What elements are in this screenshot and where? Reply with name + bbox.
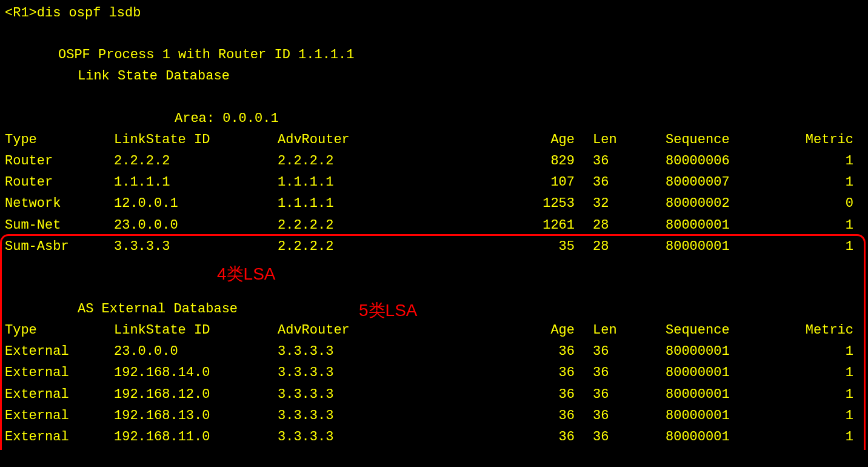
external-db-title: AS External Database [5,298,863,320]
cell-len: 36 [575,150,647,172]
cell-seq: 80000001 [647,362,775,383]
cell-age: 36 [520,384,575,405]
cell-ls: 192.168.11.0 [114,426,278,448]
cell-ls: 192.168.14.0 [114,362,278,383]
col-type-header: Type [5,129,114,150]
cell-seq: 80000001 [647,384,775,405]
col-sequence-header: Sequence [647,129,775,150]
cell-adv: 3.3.3.3 [278,341,520,362]
cell-age: 35 [520,236,575,257]
cell-met: 1 [775,341,853,362]
col-type-header: Type [5,320,114,341]
cell-ls: 192.168.12.0 [114,384,278,405]
cell-ls: 23.0.0.0 [114,215,278,236]
cell-met: 1 [775,215,853,236]
cell-adv: 1.1.1.1 [278,172,520,193]
cell-met: 1 [775,150,853,172]
cell-len: 36 [575,405,647,426]
col-metric-header: Metric [775,320,853,341]
cell-age: 36 [520,362,575,383]
blank-line [5,257,863,278]
table-row: Network12.0.0.11.1.1.1125332800000020 [5,193,853,214]
cell-met: 1 [775,384,853,405]
col-len-header: Len [575,129,647,150]
col-sequence-header: Sequence [647,320,775,341]
cell-type: Router [5,172,114,193]
cell-seq: 80000001 [647,215,775,236]
cell-len: 36 [575,426,647,448]
cell-ls: 12.0.0.1 [114,193,278,214]
cell-met: 1 [775,172,853,193]
cell-age: 36 [520,426,575,448]
cell-seq: 80000001 [647,341,775,362]
cell-seq: 80000001 [647,236,775,257]
cell-seq: 80000007 [647,172,775,193]
table-header-row: Type LinkState ID AdvRouter Age Len Sequ… [5,320,853,341]
table-row: Sum-Net23.0.0.02.2.2.2126128800000011 [5,215,853,236]
cell-adv: 3.3.3.3 [278,384,520,405]
col-metric-header: Metric [775,129,853,150]
cell-len: 36 [575,362,647,383]
cell-seq: 80000001 [647,426,775,448]
cell-met: 1 [775,405,853,426]
cell-age: 829 [520,150,575,172]
table-row: Router2.2.2.22.2.2.282936800000061 [5,150,853,172]
cell-type: Sum-Asbr [5,236,114,257]
table-row: External192.168.14.03.3.3.33636800000011 [5,362,853,383]
col-len-header: Len [575,320,647,341]
cell-met: 1 [775,236,853,257]
lsdb-area-table: Type LinkState ID AdvRouter Age Len Sequ… [5,129,853,257]
cell-met: 1 [775,426,853,448]
annotation-lsa-type4: 4类LSA [217,261,276,288]
cell-age: 36 [520,405,575,426]
cell-len: 28 [575,236,647,257]
ospf-process-line: OSPF Process 1 with Router ID 1.1.1.1 [5,44,863,66]
cell-type: Network [5,193,114,214]
cell-len: 28 [575,215,647,236]
command-prompt: <R1>dis ospf lsdb [5,2,863,24]
cell-adv: 1.1.1.1 [278,193,520,214]
cell-type: External [5,426,114,448]
cell-type: External [5,341,114,362]
table-row: External23.0.0.03.3.3.33636800000011 [5,341,853,362]
blank-line [5,24,863,44]
annotation-lsa-type5: 5类LSA [359,297,418,324]
cell-age: 1253 [520,193,575,214]
cell-age: 1261 [520,215,575,236]
cell-adv: 3.3.3.3 [278,405,520,426]
table-row: Router1.1.1.11.1.1.110736800000071 [5,172,853,193]
area-header: Area: 0.0.0.1 [5,108,863,129]
table-row: External192.168.13.03.3.3.33636800000011 [5,405,853,426]
cell-ls: 2.2.2.2 [114,150,278,172]
cell-type: External [5,362,114,383]
cell-len: 32 [575,193,647,214]
blank-line [5,278,863,298]
table-row: External192.168.11.03.3.3.33636800000011 [5,426,853,448]
cell-age: 107 [520,172,575,193]
cell-type: External [5,384,114,405]
cell-adv: 2.2.2.2 [278,215,520,236]
col-linkstate-header: LinkState ID [114,129,278,150]
table-header-row: Type LinkState ID AdvRouter Age Len Sequ… [5,129,853,150]
cell-seq: 80000001 [647,405,775,426]
blank-line [5,87,863,108]
col-age-header: Age [520,129,575,150]
cell-len: 36 [575,341,647,362]
cell-type: Sum-Net [5,215,114,236]
cell-len: 36 [575,172,647,193]
cell-adv: 2.2.2.2 [278,236,520,257]
cell-met: 1 [775,362,853,383]
cell-seq: 80000002 [647,193,775,214]
cell-age: 36 [520,341,575,362]
cell-met: 0 [775,193,853,214]
cell-adv: 3.3.3.3 [278,426,520,448]
cell-seq: 80000006 [647,150,775,172]
cell-type: Router [5,150,114,172]
col-age-header: Age [520,320,575,341]
lsdb-external-table: Type LinkState ID AdvRouter Age Len Sequ… [5,320,853,448]
col-advrouter-header: AdvRouter [278,129,520,150]
cell-adv: 3.3.3.3 [278,362,520,383]
cell-len: 36 [575,384,647,405]
table-row: External192.168.12.03.3.3.33636800000011 [5,384,853,405]
cell-ls: 3.3.3.3 [114,236,278,257]
